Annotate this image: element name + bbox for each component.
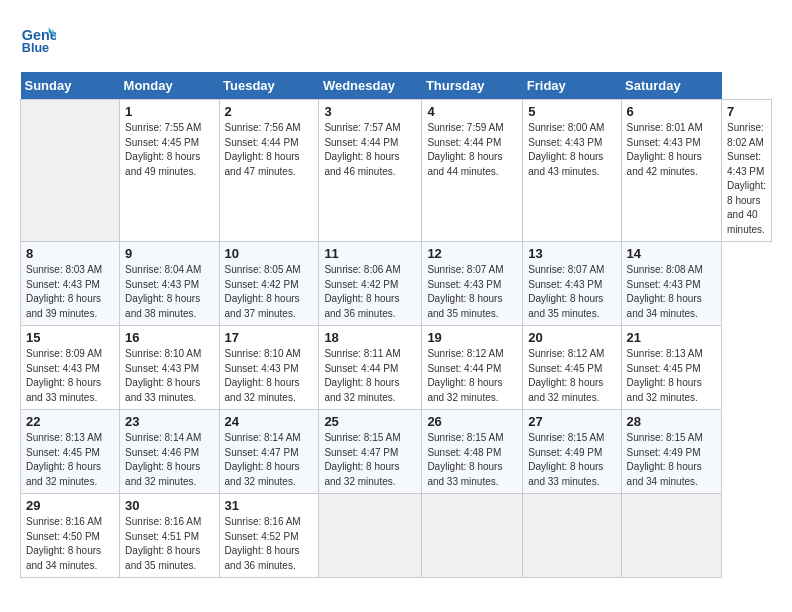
calendar-cell-empty (21, 100, 120, 242)
calendar-cell: 24 Sunrise: 8:14 AM Sunset: 4:47 PM Dayl… (219, 410, 319, 494)
day-info: Sunrise: 8:01 AM Sunset: 4:43 PM Dayligh… (627, 121, 716, 179)
day-number: 12 (427, 246, 517, 261)
day-number: 26 (427, 414, 517, 429)
calendar-cell: 22 Sunrise: 8:13 AM Sunset: 4:45 PM Dayl… (21, 410, 120, 494)
calendar-cell: 26 Sunrise: 8:15 AM Sunset: 4:48 PM Dayl… (422, 410, 523, 494)
calendar-cell: 1 Sunrise: 7:55 AM Sunset: 4:45 PM Dayli… (120, 100, 219, 242)
weekday-header-row: SundayMondayTuesdayWednesdayThursdayFrid… (21, 72, 772, 100)
day-number: 24 (225, 414, 314, 429)
calendar-cell: 10 Sunrise: 8:05 AM Sunset: 4:42 PM Dayl… (219, 242, 319, 326)
day-number: 11 (324, 246, 416, 261)
day-number: 30 (125, 498, 213, 513)
day-number: 1 (125, 104, 213, 119)
day-info: Sunrise: 8:16 AM Sunset: 4:50 PM Dayligh… (26, 515, 114, 573)
day-number: 6 (627, 104, 716, 119)
day-number: 2 (225, 104, 314, 119)
day-info: Sunrise: 8:10 AM Sunset: 4:43 PM Dayligh… (125, 347, 213, 405)
day-info: Sunrise: 8:08 AM Sunset: 4:43 PM Dayligh… (627, 263, 716, 321)
day-number: 31 (225, 498, 314, 513)
calendar-cell: 14 Sunrise: 8:08 AM Sunset: 4:43 PM Dayl… (621, 242, 721, 326)
weekday-header-sunday: Sunday (21, 72, 120, 100)
calendar-cell: 12 Sunrise: 8:07 AM Sunset: 4:43 PM Dayl… (422, 242, 523, 326)
day-info: Sunrise: 8:05 AM Sunset: 4:42 PM Dayligh… (225, 263, 314, 321)
calendar-cell: 19 Sunrise: 8:12 AM Sunset: 4:44 PM Dayl… (422, 326, 523, 410)
day-number: 29 (26, 498, 114, 513)
calendar-cell: 16 Sunrise: 8:10 AM Sunset: 4:43 PM Dayl… (120, 326, 219, 410)
day-number: 13 (528, 246, 615, 261)
day-info: Sunrise: 8:11 AM Sunset: 4:44 PM Dayligh… (324, 347, 416, 405)
day-info: Sunrise: 8:06 AM Sunset: 4:42 PM Dayligh… (324, 263, 416, 321)
day-number: 9 (125, 246, 213, 261)
day-number: 20 (528, 330, 615, 345)
day-number: 18 (324, 330, 416, 345)
weekday-header-wednesday: Wednesday (319, 72, 422, 100)
calendar-cell: 9 Sunrise: 8:04 AM Sunset: 4:43 PM Dayli… (120, 242, 219, 326)
calendar-cell: 23 Sunrise: 8:14 AM Sunset: 4:46 PM Dayl… (120, 410, 219, 494)
weekday-header-tuesday: Tuesday (219, 72, 319, 100)
day-number: 19 (427, 330, 517, 345)
calendar-table: SundayMondayTuesdayWednesdayThursdayFrid… (20, 72, 772, 578)
weekday-header-saturday: Saturday (621, 72, 721, 100)
day-number: 15 (26, 330, 114, 345)
calendar-cell: 21 Sunrise: 8:13 AM Sunset: 4:45 PM Dayl… (621, 326, 721, 410)
day-number: 28 (627, 414, 716, 429)
calendar-cell: 11 Sunrise: 8:06 AM Sunset: 4:42 PM Dayl… (319, 242, 422, 326)
calendar-cell: 5 Sunrise: 8:00 AM Sunset: 4:43 PM Dayli… (523, 100, 621, 242)
day-info: Sunrise: 8:07 AM Sunset: 4:43 PM Dayligh… (528, 263, 615, 321)
calendar-cell: 17 Sunrise: 8:10 AM Sunset: 4:43 PM Dayl… (219, 326, 319, 410)
day-info: Sunrise: 8:15 AM Sunset: 4:49 PM Dayligh… (528, 431, 615, 489)
day-number: 27 (528, 414, 615, 429)
svg-text:Blue: Blue (22, 41, 49, 55)
day-info: Sunrise: 8:14 AM Sunset: 4:46 PM Dayligh… (125, 431, 213, 489)
logo: General Blue (20, 20, 60, 56)
calendar-cell: 4 Sunrise: 7:59 AM Sunset: 4:44 PM Dayli… (422, 100, 523, 242)
day-number: 16 (125, 330, 213, 345)
day-number: 22 (26, 414, 114, 429)
day-number: 25 (324, 414, 416, 429)
day-info: Sunrise: 8:15 AM Sunset: 4:47 PM Dayligh… (324, 431, 416, 489)
calendar-cell: 25 Sunrise: 8:15 AM Sunset: 4:47 PM Dayl… (319, 410, 422, 494)
day-info: Sunrise: 8:10 AM Sunset: 4:43 PM Dayligh… (225, 347, 314, 405)
week-row-1: 8 Sunrise: 8:03 AM Sunset: 4:43 PM Dayli… (21, 242, 772, 326)
week-row-0: 1 Sunrise: 7:55 AM Sunset: 4:45 PM Dayli… (21, 100, 772, 242)
calendar-cell: 18 Sunrise: 8:11 AM Sunset: 4:44 PM Dayl… (319, 326, 422, 410)
day-info: Sunrise: 8:16 AM Sunset: 4:52 PM Dayligh… (225, 515, 314, 573)
header: General Blue (20, 20, 772, 56)
day-info: Sunrise: 8:04 AM Sunset: 4:43 PM Dayligh… (125, 263, 213, 321)
day-info: Sunrise: 8:12 AM Sunset: 4:44 PM Dayligh… (427, 347, 517, 405)
day-info: Sunrise: 8:14 AM Sunset: 4:47 PM Dayligh… (225, 431, 314, 489)
calendar-cell: 20 Sunrise: 8:12 AM Sunset: 4:45 PM Dayl… (523, 326, 621, 410)
day-info: Sunrise: 7:57 AM Sunset: 4:44 PM Dayligh… (324, 121, 416, 179)
day-info: Sunrise: 8:02 AM Sunset: 4:43 PM Dayligh… (727, 121, 766, 237)
day-info: Sunrise: 7:59 AM Sunset: 4:44 PM Dayligh… (427, 121, 517, 179)
day-info: Sunrise: 8:15 AM Sunset: 4:48 PM Dayligh… (427, 431, 517, 489)
day-number: 5 (528, 104, 615, 119)
calendar-cell: 15 Sunrise: 8:09 AM Sunset: 4:43 PM Dayl… (21, 326, 120, 410)
day-info: Sunrise: 8:13 AM Sunset: 4:45 PM Dayligh… (26, 431, 114, 489)
weekday-header-monday: Monday (120, 72, 219, 100)
week-row-3: 22 Sunrise: 8:13 AM Sunset: 4:45 PM Dayl… (21, 410, 772, 494)
svg-text:General: General (22, 27, 56, 43)
calendar-cell: 6 Sunrise: 8:01 AM Sunset: 4:43 PM Dayli… (621, 100, 721, 242)
day-info: Sunrise: 7:56 AM Sunset: 4:44 PM Dayligh… (225, 121, 314, 179)
calendar-cell (523, 494, 621, 578)
calendar-cell (422, 494, 523, 578)
calendar-cell: 3 Sunrise: 7:57 AM Sunset: 4:44 PM Dayli… (319, 100, 422, 242)
day-number: 21 (627, 330, 716, 345)
day-number: 3 (324, 104, 416, 119)
calendar-cell: 29 Sunrise: 8:16 AM Sunset: 4:50 PM Dayl… (21, 494, 120, 578)
calendar-cell: 31 Sunrise: 8:16 AM Sunset: 4:52 PM Dayl… (219, 494, 319, 578)
day-info: Sunrise: 8:13 AM Sunset: 4:45 PM Dayligh… (627, 347, 716, 405)
calendar-cell: 2 Sunrise: 7:56 AM Sunset: 4:44 PM Dayli… (219, 100, 319, 242)
calendar-cell: 27 Sunrise: 8:15 AM Sunset: 4:49 PM Dayl… (523, 410, 621, 494)
day-info: Sunrise: 8:07 AM Sunset: 4:43 PM Dayligh… (427, 263, 517, 321)
day-number: 7 (727, 104, 766, 119)
weekday-header-thursday: Thursday (422, 72, 523, 100)
weekday-header-friday: Friday (523, 72, 621, 100)
day-info: Sunrise: 7:55 AM Sunset: 4:45 PM Dayligh… (125, 121, 213, 179)
day-number: 23 (125, 414, 213, 429)
day-number: 14 (627, 246, 716, 261)
week-row-2: 15 Sunrise: 8:09 AM Sunset: 4:43 PM Dayl… (21, 326, 772, 410)
calendar-cell: 8 Sunrise: 8:03 AM Sunset: 4:43 PM Dayli… (21, 242, 120, 326)
calendar-cell (621, 494, 721, 578)
